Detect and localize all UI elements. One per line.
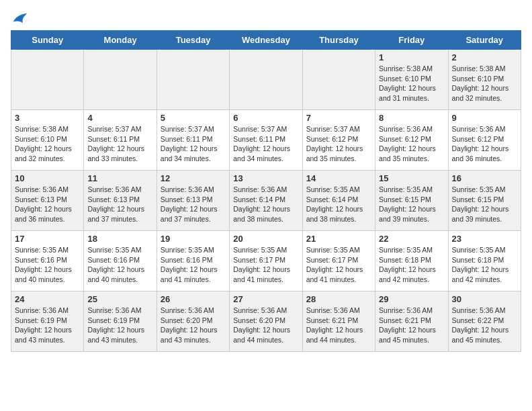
day-header-tuesday: Tuesday — [157, 31, 229, 50]
day-cell: 3Sunrise: 5:38 AM Sunset: 6:10 PM Daylig… — [11, 110, 84, 171]
week-row-3: 10Sunrise: 5:36 AM Sunset: 6:13 PM Dayli… — [11, 171, 521, 231]
day-info: Sunrise: 5:35 AM Sunset: 6:16 PM Dayligh… — [161, 245, 226, 285]
day-cell: 17Sunrise: 5:35 AM Sunset: 6:16 PM Dayli… — [11, 231, 84, 291]
day-info: Sunrise: 5:36 AM Sunset: 6:13 PM Dayligh… — [87, 185, 152, 224]
day-cell — [230, 50, 302, 110]
day-number: 11 — [87, 173, 152, 183]
day-info: Sunrise: 5:36 AM Sunset: 6:22 PM Dayligh… — [452, 306, 517, 345]
day-cell — [11, 50, 84, 110]
day-headers: SundayMondayTuesdayWednesdayThursdayFrid… — [11, 31, 521, 50]
week-row-4: 17Sunrise: 5:35 AM Sunset: 6:16 PM Dayli… — [11, 231, 521, 291]
day-number: 15 — [379, 173, 444, 183]
day-cell: 4Sunrise: 5:37 AM Sunset: 6:11 PM Daylig… — [84, 110, 157, 171]
day-number: 30 — [452, 294, 517, 304]
day-number: 9 — [452, 113, 517, 123]
day-info: Sunrise: 5:36 AM Sunset: 6:13 PM Dayligh… — [15, 185, 80, 224]
day-number: 17 — [15, 234, 80, 244]
day-cell: 8Sunrise: 5:36 AM Sunset: 6:12 PM Daylig… — [375, 110, 448, 171]
day-info: Sunrise: 5:35 AM Sunset: 6:18 PM Dayligh… — [452, 245, 517, 285]
day-info: Sunrise: 5:37 AM Sunset: 6:11 PM Dayligh… — [87, 124, 152, 164]
day-cell — [157, 50, 229, 110]
day-number: 10 — [15, 173, 80, 183]
day-info: Sunrise: 5:36 AM Sunset: 6:21 PM Dayligh… — [306, 306, 371, 345]
day-info: Sunrise: 5:38 AM Sunset: 6:10 PM Dayligh… — [452, 64, 517, 103]
day-cell: 30Sunrise: 5:36 AM Sunset: 6:22 PM Dayli… — [448, 291, 521, 352]
day-number: 24 — [15, 294, 80, 304]
day-info: Sunrise: 5:35 AM Sunset: 6:16 PM Dayligh… — [87, 245, 152, 285]
day-info: Sunrise: 5:38 AM Sunset: 6:10 PM Dayligh… — [379, 64, 444, 103]
day-info: Sunrise: 5:36 AM Sunset: 6:12 PM Dayligh… — [379, 124, 444, 164]
day-number: 7 — [306, 113, 371, 123]
day-number: 23 — [452, 234, 517, 244]
day-info: Sunrise: 5:36 AM Sunset: 6:20 PM Dayligh… — [233, 306, 298, 345]
day-number: 18 — [87, 234, 152, 244]
day-number: 25 — [87, 294, 152, 304]
day-cell: 9Sunrise: 5:36 AM Sunset: 6:12 PM Daylig… — [448, 110, 521, 171]
day-number: 13 — [233, 173, 298, 183]
day-number: 4 — [87, 113, 152, 123]
calendar-table: SundayMondayTuesdayWednesdayThursdayFrid… — [11, 30, 521, 352]
day-cell: 10Sunrise: 5:36 AM Sunset: 6:13 PM Dayli… — [11, 171, 84, 231]
day-info: Sunrise: 5:35 AM Sunset: 6:15 PM Dayligh… — [379, 185, 444, 224]
day-number: 5 — [161, 113, 226, 123]
day-cell: 26Sunrise: 5:36 AM Sunset: 6:20 PM Dayli… — [157, 291, 229, 352]
day-number: 8 — [379, 113, 444, 123]
day-number: 27 — [233, 294, 298, 304]
day-cell: 18Sunrise: 5:35 AM Sunset: 6:16 PM Dayli… — [84, 231, 157, 291]
day-info: Sunrise: 5:35 AM Sunset: 6:15 PM Dayligh… — [452, 185, 517, 224]
day-number: 29 — [379, 294, 444, 304]
day-info: Sunrise: 5:36 AM Sunset: 6:21 PM Dayligh… — [379, 306, 444, 345]
day-info: Sunrise: 5:36 AM Sunset: 6:13 PM Dayligh… — [161, 185, 226, 224]
day-cell: 13Sunrise: 5:36 AM Sunset: 6:14 PM Dayli… — [230, 171, 302, 231]
day-cell: 27Sunrise: 5:36 AM Sunset: 6:20 PM Dayli… — [230, 291, 302, 352]
day-info: Sunrise: 5:36 AM Sunset: 6:14 PM Dayligh… — [233, 185, 298, 224]
day-number: 6 — [233, 113, 298, 123]
day-cell: 21Sunrise: 5:35 AM Sunset: 6:17 PM Dayli… — [302, 231, 375, 291]
day-number: 22 — [379, 234, 444, 244]
day-info: Sunrise: 5:36 AM Sunset: 6:19 PM Dayligh… — [15, 306, 80, 345]
week-row-1: 1Sunrise: 5:38 AM Sunset: 6:10 PM Daylig… — [11, 50, 521, 110]
week-row-5: 24Sunrise: 5:36 AM Sunset: 6:19 PM Dayli… — [11, 291, 521, 352]
day-info: Sunrise: 5:37 AM Sunset: 6:11 PM Dayligh… — [161, 124, 226, 164]
day-cell: 1Sunrise: 5:38 AM Sunset: 6:10 PM Daylig… — [375, 50, 448, 110]
day-info: Sunrise: 5:37 AM Sunset: 6:11 PM Dayligh… — [233, 124, 298, 164]
day-cell: 22Sunrise: 5:35 AM Sunset: 6:18 PM Dayli… — [375, 231, 448, 291]
day-cell: 12Sunrise: 5:36 AM Sunset: 6:13 PM Dayli… — [157, 171, 229, 231]
day-info: Sunrise: 5:35 AM Sunset: 6:18 PM Dayligh… — [379, 245, 444, 285]
day-cell: 14Sunrise: 5:35 AM Sunset: 6:14 PM Dayli… — [302, 171, 375, 231]
day-cell: 2Sunrise: 5:38 AM Sunset: 6:10 PM Daylig… — [448, 50, 521, 110]
day-number: 19 — [161, 234, 226, 244]
day-info: Sunrise: 5:38 AM Sunset: 6:10 PM Dayligh… — [15, 124, 80, 164]
day-info: Sunrise: 5:35 AM Sunset: 6:14 PM Dayligh… — [306, 185, 371, 224]
day-header-friday: Friday — [375, 31, 448, 50]
day-number: 16 — [452, 173, 517, 183]
day-header-wednesday: Wednesday — [230, 31, 302, 50]
day-cell: 5Sunrise: 5:37 AM Sunset: 6:11 PM Daylig… — [157, 110, 229, 171]
day-cell: 6Sunrise: 5:37 AM Sunset: 6:11 PM Daylig… — [230, 110, 302, 171]
day-header-thursday: Thursday — [302, 31, 375, 50]
day-cell: 23Sunrise: 5:35 AM Sunset: 6:18 PM Dayli… — [448, 231, 521, 291]
day-info: Sunrise: 5:35 AM Sunset: 6:17 PM Dayligh… — [306, 245, 371, 285]
day-number: 26 — [161, 294, 226, 304]
day-number: 1 — [379, 52, 444, 62]
day-cell: 19Sunrise: 5:35 AM Sunset: 6:16 PM Dayli… — [157, 231, 229, 291]
day-info: Sunrise: 5:37 AM Sunset: 6:12 PM Dayligh… — [306, 124, 371, 164]
day-cell: 15Sunrise: 5:35 AM Sunset: 6:15 PM Dayli… — [375, 171, 448, 231]
day-cell — [84, 50, 157, 110]
day-info: Sunrise: 5:35 AM Sunset: 6:16 PM Dayligh… — [15, 245, 80, 285]
day-cell: 29Sunrise: 5:36 AM Sunset: 6:21 PM Dayli… — [375, 291, 448, 352]
logo — [11, 11, 28, 25]
day-info: Sunrise: 5:35 AM Sunset: 6:17 PM Dayligh… — [233, 245, 298, 285]
day-number: 20 — [233, 234, 298, 244]
day-cell — [302, 50, 375, 110]
day-number: 2 — [452, 52, 517, 62]
day-header-saturday: Saturday — [448, 31, 521, 50]
day-number: 28 — [306, 294, 371, 304]
day-cell: 16Sunrise: 5:35 AM Sunset: 6:15 PM Dayli… — [448, 171, 521, 231]
day-cell: 25Sunrise: 5:36 AM Sunset: 6:19 PM Dayli… — [84, 291, 157, 352]
day-cell: 7Sunrise: 5:37 AM Sunset: 6:12 PM Daylig… — [302, 110, 375, 171]
day-number: 12 — [161, 173, 226, 183]
day-info: Sunrise: 5:36 AM Sunset: 6:12 PM Dayligh… — [452, 124, 517, 164]
day-number: 21 — [306, 234, 371, 244]
day-header-monday: Monday — [84, 31, 157, 50]
